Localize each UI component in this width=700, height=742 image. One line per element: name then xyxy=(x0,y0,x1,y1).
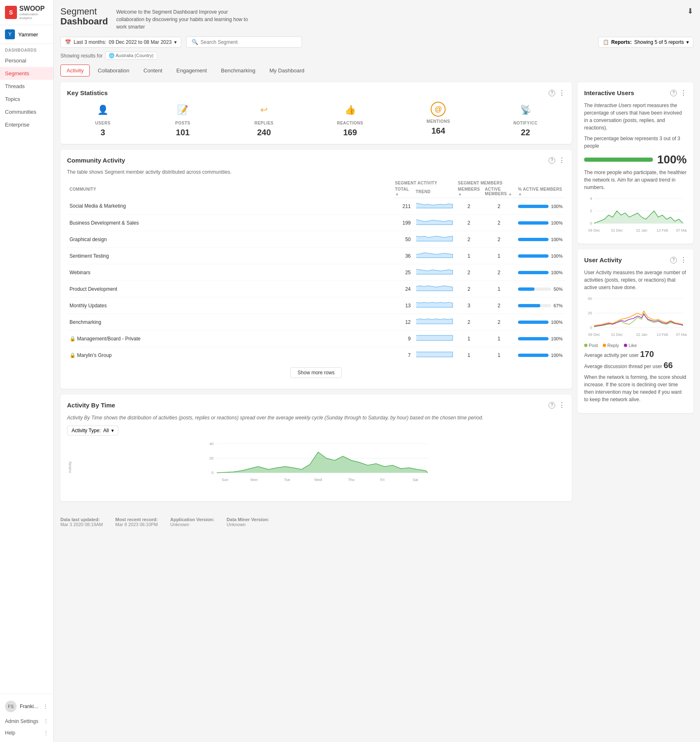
col-header-community: COMMUNITY xyxy=(67,179,393,198)
interactive-more-icon[interactable]: ⋮ xyxy=(680,89,687,97)
community-total: 9 xyxy=(393,330,413,347)
tab-engagement[interactable]: Engagement xyxy=(170,65,213,77)
sidebar-item-personal[interactable]: Personal xyxy=(0,54,53,67)
svg-text:40: 40 xyxy=(209,442,213,446)
community-active: 1 xyxy=(482,347,515,364)
table-row: Product Development 24 2 1 50% xyxy=(67,281,565,297)
community-name: Business Development & Sales xyxy=(67,215,393,231)
col-header-total: TOTAL ▲ xyxy=(393,185,413,198)
act-time-chart-container: Activity 40 20 0 xyxy=(67,440,565,495)
sidebar-item-enterprise[interactable]: Enterprise xyxy=(0,118,53,131)
reports-chevron-icon: ▾ xyxy=(686,39,689,45)
search-input[interactable] xyxy=(201,39,297,45)
community-name: 🔒 Marylin's Group xyxy=(67,347,393,364)
community-members: 1 xyxy=(455,248,482,264)
tab-my-dashboard[interactable]: My Dashboard xyxy=(263,65,311,77)
user-menu-icon[interactable]: ⋮ xyxy=(43,703,48,710)
show-more-button[interactable]: Show more rows xyxy=(290,367,341,378)
show-more: Show more rows xyxy=(67,363,565,382)
stat-replies: ↩ REPLIES 240 xyxy=(254,102,273,137)
logo: S SWOOP collaboration analytics xyxy=(0,0,53,25)
sidebar: S SWOOP collaboration analytics Y Yammer… xyxy=(0,0,54,742)
download-button[interactable]: ⬇ xyxy=(687,7,693,16)
community-pct: 100% xyxy=(515,264,565,281)
interactive-help-icon[interactable]: ? xyxy=(670,90,677,96)
community-pct: 67% xyxy=(515,297,565,314)
svg-text:22 Jan: 22 Jan xyxy=(636,228,647,232)
user-activity-help-icon[interactable]: ? xyxy=(670,257,677,263)
filter-tag[interactable]: 🌐 Australia (Country) xyxy=(105,52,157,60)
community-members: 2 xyxy=(455,198,482,215)
main-content: SegmentDashboard Welcome to the Segment … xyxy=(54,0,700,742)
svg-text:07 Mar: 07 Mar xyxy=(676,333,687,337)
sidebar-item-threads[interactable]: Threads xyxy=(0,80,53,93)
act-time-description: Activity By Time shows the distribution … xyxy=(67,414,565,421)
help-item[interactable]: Help ⋮ xyxy=(0,727,53,739)
table-row: 🔒 Management/Board - Private 9 1 1 100% xyxy=(67,330,565,347)
tab-benchmarking[interactable]: Benchmarking xyxy=(215,65,261,77)
community-active: 2 xyxy=(482,231,515,248)
table-row: Business Development & Sales 199 2 2 100… xyxy=(67,215,565,231)
interactive-users-chart: 4 2 0 09 Dec 31 Dec 22 Jan 13 Feb 07 Mar xyxy=(584,194,687,236)
community-total: 7 xyxy=(393,347,413,364)
community-members: 2 xyxy=(455,215,482,231)
svg-text:0: 0 xyxy=(590,326,592,330)
community-help-icon[interactable]: ? xyxy=(549,157,555,164)
user-activity-more-icon[interactable]: ⋮ xyxy=(680,256,687,264)
sidebar-item-topics[interactable]: Topics xyxy=(0,93,53,105)
reactions-icon: 👍 xyxy=(342,102,358,118)
sidebar-yammer[interactable]: Y Yammer xyxy=(0,25,53,44)
community-name: Monthly Updates xyxy=(67,297,393,314)
sidebar-item-segments[interactable]: Segments xyxy=(0,67,53,80)
community-active: 2 xyxy=(482,198,515,215)
act-time-chart: 40 20 0 Sun Mon Tue Wed Thu xyxy=(75,440,565,493)
user-activity-desc1: User Activity measures the average numbe… xyxy=(584,269,687,291)
community-pct: 100% xyxy=(515,198,565,215)
tab-collaboration[interactable]: Collaboration xyxy=(91,65,136,77)
community-total: 25 xyxy=(393,264,413,281)
community-members: 2 xyxy=(455,314,482,330)
act-time-more-icon[interactable]: ⋮ xyxy=(559,401,565,409)
community-name: Graphical design xyxy=(67,231,393,248)
community-pct: 100% xyxy=(515,314,565,330)
reports-button[interactable]: 📋 Reports: Showing 5 of 5 reports ▾ xyxy=(598,37,693,48)
user-activity-card: User Activity ? ⋮ User Activity measures… xyxy=(578,249,693,413)
community-trend xyxy=(413,347,455,364)
svg-text:20: 20 xyxy=(209,456,213,460)
community-total: 13 xyxy=(393,297,413,314)
tab-content[interactable]: Content xyxy=(137,65,169,77)
svg-text:13 Feb: 13 Feb xyxy=(657,333,668,337)
tabs: Activity Collaboration Content Engagemen… xyxy=(60,65,693,77)
community-name: Product Development xyxy=(67,281,393,297)
dashboards-section-label: DASHBOARDS xyxy=(0,44,53,54)
sidebar-item-communities[interactable]: Communities xyxy=(0,105,53,118)
col-header-pct: % ACTIVE MEMBERS ▲ xyxy=(515,185,565,198)
admin-settings-item[interactable]: Admin Settings ⋮ xyxy=(0,716,53,727)
mentions-icon: @ xyxy=(431,102,446,117)
stat-users: 👤 USERS 3 xyxy=(95,102,111,137)
svg-text:13 Feb: 13 Feb xyxy=(657,228,668,232)
community-total: 12 xyxy=(393,314,413,330)
tab-activity[interactable]: Activity xyxy=(60,65,90,77)
user-activity-chart: 50 25 0 09 Dec 31 Dec 22 Jan 13 Feb 07 xyxy=(584,294,687,340)
key-stats-more-icon[interactable]: ⋮ xyxy=(559,89,565,97)
footer: Data last updated: Mar 3 2020 08:19AM Mo… xyxy=(60,513,572,531)
footer-app-version: Application Version: Unknown xyxy=(170,517,214,527)
community-name: Sentiment Testing xyxy=(67,248,393,264)
act-time-help-icon[interactable]: ? xyxy=(549,402,555,409)
date-picker[interactable]: 📅 Last 3 months: 09 Dec 2022 to 08 Mar 2… xyxy=(60,37,181,48)
community-more-icon[interactable]: ⋮ xyxy=(559,156,565,164)
key-stats-help-icon[interactable]: ? xyxy=(549,90,555,96)
community-active: 1 xyxy=(482,281,515,297)
activity-type-select[interactable]: Activity Type: All ▾ xyxy=(67,426,118,436)
key-statistics-card: Key Statistics ? ⋮ 👤 USERS 3 xyxy=(60,82,572,144)
community-pct: 100% xyxy=(515,330,565,347)
help-more-icon: ⋮ xyxy=(43,730,48,736)
svg-text:31 Dec: 31 Dec xyxy=(611,228,623,232)
sidebar-user[interactable]: FS Frankie Swoop... ⋮ xyxy=(0,697,53,716)
community-table: COMMUNITY SEGMENT ACTIVITY SEGMENT MEMBE… xyxy=(67,179,565,363)
svg-marker-6 xyxy=(217,452,428,473)
avatar: FS xyxy=(5,701,17,712)
table-row: Benchmarking 12 2 2 100% xyxy=(67,314,565,330)
search-icon: 🔍 xyxy=(192,39,198,45)
